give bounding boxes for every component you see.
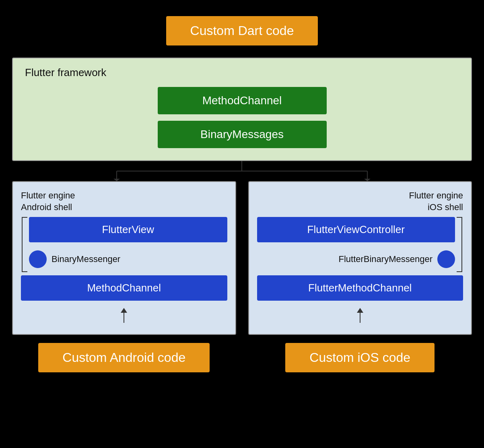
binary-messages-box: BinaryMessages: [158, 121, 327, 148]
ios-up-arrow: [257, 308, 463, 323]
android-up-arrow: [21, 308, 227, 323]
flutter-view-controller-box: FlutterViewController: [257, 217, 455, 242]
custom-android-code-box: Custom Android code: [38, 343, 210, 372]
engines-section: Flutter engine Android shell FlutterView…: [12, 181, 472, 335]
binary-messenger-circle: [29, 250, 47, 268]
connector-svg: [12, 161, 472, 181]
framework-connector: [12, 161, 472, 181]
android-engine-label: Flutter engine Android shell: [21, 190, 227, 213]
flutter-framework-section: Flutter framework MethodChannel BinaryMe…: [12, 58, 472, 161]
flutter-method-channel-box: FlutterMethodChannel: [257, 275, 463, 301]
top-section: Custom Dart code: [12, 8, 472, 58]
ios-bracket-group: FlutterViewController FlutterBinaryMesse…: [257, 217, 463, 272]
left-bracket: [21, 217, 29, 272]
binary-messenger-row: BinaryMessenger: [29, 246, 227, 272]
android-bottom-box: Custom Android code: [12, 343, 236, 372]
framework-boxes: MethodChannel BinaryMessages: [25, 87, 459, 148]
android-bracket-group: FlutterView BinaryMessenger: [21, 217, 227, 272]
ios-bottom-box: Custom iOS code: [248, 343, 472, 372]
custom-dart-code-box: Custom Dart code: [166, 16, 318, 45]
custom-ios-code-box: Custom iOS code: [285, 343, 435, 372]
method-channel-box: MethodChannel: [158, 87, 327, 114]
android-engine-content: FlutterView BinaryMessenger: [29, 217, 227, 272]
android-method-channel-box: MethodChannel: [21, 275, 227, 301]
bottom-section: Custom Android code Custom iOS code: [12, 343, 472, 380]
flutter-view-box: FlutterView: [29, 217, 227, 242]
right-bracket: [455, 217, 463, 272]
flutter-binary-messenger-circle: [437, 250, 455, 268]
android-engine-panel: Flutter engine Android shell FlutterView…: [12, 181, 236, 335]
flutter-framework-label: Flutter framework: [25, 66, 106, 79]
flutter-binary-messenger-row: FlutterBinaryMessenger: [257, 246, 455, 272]
ios-engine-label: Flutter engine iOS shell: [409, 190, 463, 213]
ios-engine-panel: Flutter engine iOS shell FlutterViewCont…: [248, 181, 472, 335]
ios-engine-content: FlutterViewController FlutterBinaryMesse…: [257, 217, 455, 272]
